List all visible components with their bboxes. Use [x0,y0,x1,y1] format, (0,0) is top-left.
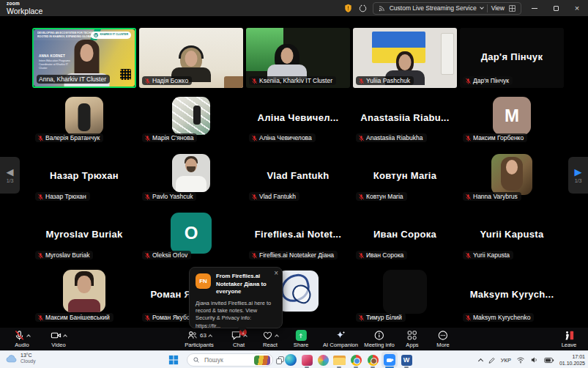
prev-arrow-icon: ◀ [7,167,14,177]
participant-tile[interactable]: Fireflies.ai Notet... Fireflies.ai Notet… [246,207,350,262]
maximize-button[interactable] [548,1,564,15]
heart-icon [262,330,273,341]
participant-nameplate: Марія С'янова [142,133,197,142]
participant-name: Марія С'янова [152,134,193,141]
participants-chevron-icon[interactable] [208,334,212,339]
participant-tile[interactable]: Иван Сорока Иван Сорока [353,207,457,262]
participant-tile[interactable]: Pavlo Yashcuk [139,149,243,204]
participant-name: Fireflies.ai Notetaker Діана [259,251,334,259]
participant-nameplate: Ковтун Maria [356,192,407,201]
weather-widget[interactable]: 13°C Cloudy [6,353,36,364]
search-input[interactable] [203,356,251,364]
audio-chevron-icon[interactable] [26,334,31,339]
ai-sparkle-icon [335,330,346,341]
view-menu-label[interactable]: View [491,4,505,12]
more-button[interactable]: More [436,330,449,348]
participant-tile[interactable]: O Oleksii Orlov [139,207,243,262]
participant-nameplate: Иван Сорока [356,251,407,260]
taskbar-app-icon-2[interactable] [300,353,313,367]
participant-name: Yuliia Pashchuk [366,77,410,84]
cloud-icon [6,354,18,363]
meeting-toolbar: Audio Video 63 Participants 1 Chat [0,328,588,350]
chat-notification-popup[interactable]: FN From Fireflies.ai Notetaker Діана to … [189,267,283,328]
muted-mic-icon [37,314,44,321]
participant-tile-anna[interactable]: DEVELOPING AN ECOSYSTEM FOR TECHNOLOGICA… [32,28,136,88]
language-indicator[interactable]: УКР [501,357,511,364]
wifi-icon[interactable] [516,356,525,364]
security-shield-icon[interactable] [343,4,353,13]
taskbar-chrome-profile2-icon[interactable] [366,353,379,367]
share-screen-button[interactable]: Share [294,330,308,348]
participant-tile[interactable]: M Максим Горбенко [460,92,564,145]
participant-tile[interactable]: Vlad Fantukh Vlad Fantukh [246,149,350,204]
participant-nameplate: Тимур Білий [356,313,406,322]
taskbar-word-icon[interactable]: W [400,353,413,367]
audio-button[interactable]: Audio [14,330,30,348]
minimize-button[interactable] [526,1,543,15]
taskbar-app-icon-3[interactable] [316,353,330,367]
more-icon [438,330,449,341]
participant-tile[interactable]: Hanna Varybrus [460,149,564,204]
participant-letter-avatar: M [493,97,531,135]
video-chevron-icon[interactable] [63,334,67,339]
participant-tile[interactable]: Максим Банішевський [32,266,136,325]
apps-button[interactable]: Apps [406,330,418,348]
chat-popup-body: Діана invited Fireflies.ai here to recor… [196,300,276,330]
react-button[interactable]: React [262,330,278,348]
gallery-prev-page-button[interactable]: ◀ 1/3 [0,157,20,194]
battery-icon[interactable] [544,356,554,364]
participant-tile[interactable]: Ковтун Maria Ковтун Maria [353,149,457,204]
streaming-service-label[interactable]: Custom Live Streaming Service [390,4,477,12]
streaming-chevron-down-icon[interactable] [480,5,484,10]
participant-tile[interactable]: Валерія Братанчук [32,92,136,145]
participants-count: 63 [200,332,206,339]
taskbar-edge-icon[interactable] [284,353,297,367]
live-session-icon[interactable] [358,4,368,13]
participant-tile[interactable]: Надія Божко [139,28,243,88]
participant-tile[interactable]: Тимур Білий [353,266,457,325]
participant-display-name: Дар'я Пінчук [460,51,564,62]
start-button[interactable] [167,353,180,367]
tray-overflow-chevron-icon[interactable] [478,358,483,363]
ai-companion-button[interactable]: AI Companion [323,330,358,348]
close-button[interactable]: × [569,1,585,15]
chat-chevron-icon[interactable] [243,334,248,339]
chat-button[interactable]: 1 Chat [231,330,247,348]
participant-tile[interactable]: Марія С'янова [139,92,243,145]
participant-tile[interactable]: Аліна Чевичел... Аліна Чевичелова [246,92,350,145]
participant-tile[interactable]: Myroslav Buriak Myroslav Buriak [32,207,136,262]
volume-icon[interactable] [530,356,539,364]
participant-tile[interactable]: Назар Трюхан Назар Трюхан [32,149,136,204]
participant-name: Максим Горбенко [473,134,524,141]
pen-input-icon[interactable] [488,356,496,364]
react-chevron-icon[interactable] [275,334,279,339]
participant-tile[interactable]: Maksym Kyrych... Maksym Kyrychenko [460,266,564,325]
taskbar-file-explorer-icon[interactable] [332,353,346,367]
participant-display-name: Ковтун Maria [353,169,457,180]
muted-mic-icon [358,78,365,84]
search-highlight-image[interactable] [254,356,270,365]
participant-name: Yurii Kapusta [473,251,510,259]
popup-close-icon[interactable]: × [274,269,278,277]
participant-nameplate: Anastasiia Riabukha [356,133,427,142]
participant-tile[interactable]: Anastasiia Riabu... Anastasiia Riabukha [353,92,457,145]
participant-nameplate: Anna, Kharkiv IT Cluster [37,75,110,84]
leave-button[interactable]: Leave [562,330,577,348]
view-grid-icon[interactable] [508,4,516,12]
participant-tile[interactable]: Kseniia, Kharkiv IT Cluster [246,28,350,88]
taskbar-chrome-icon[interactable] [349,353,362,367]
participants-button[interactable]: 63 Participants [185,330,214,348]
gallery-next-page-button[interactable]: ▶ 1/3 [568,157,588,194]
live-stream-broadcast-icon [378,4,386,12]
taskbar-zoom-icon[interactable] [383,353,396,367]
participant-tile[interactable]: Yurii Kapusta Yurii Kapusta [460,207,564,262]
taskbar-search[interactable] [187,353,273,367]
participant-tile[interactable]: Yuliia Pashchuk [353,28,457,88]
participant-tile[interactable]: Дар'я Пінчук Дар'я Пінчук [460,28,564,88]
taskbar-clock[interactable]: 17:01 01.10.2025 [559,353,585,367]
video-button[interactable]: Video [51,330,67,348]
zoom-workplace-logo: zoom Workplace [7,1,42,15]
meeting-info-button[interactable]: Meeting info [364,330,394,348]
muted-mic-icon [37,135,44,141]
muted-mic-icon [144,314,151,321]
